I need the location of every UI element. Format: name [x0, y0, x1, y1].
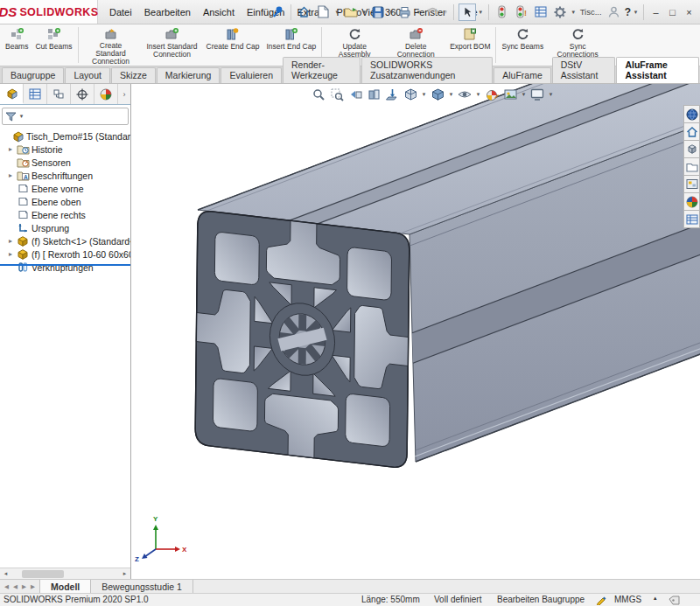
help-icon[interactable]: ? — [625, 6, 631, 18]
save-icon[interactable] — [369, 3, 387, 21]
normal-to-icon[interactable] — [384, 87, 400, 102]
displaymanager-tab[interactable] — [94, 84, 118, 104]
file-properties-icon[interactable] — [532, 3, 550, 21]
tab-evaluieren[interactable]: Evaluieren — [220, 67, 282, 83]
featuremanager-tab[interactable] — [0, 84, 24, 104]
tab-nav-buttons[interactable]: ◀ ◀ ▶ ▶ — [0, 580, 39, 593]
panel-tabs-more-icon[interactable]: › — [118, 84, 130, 104]
pin-icon[interactable] — [269, 3, 286, 21]
expand-arrow-icon[interactable]: ▸ — [5, 250, 16, 258]
menu-datei[interactable]: Datei — [103, 0, 138, 24]
threedexperience-tab[interactable] — [683, 105, 700, 123]
motion-study-tab[interactable]: Bewegungsstudie 1 — [91, 580, 193, 593]
edit-assembly-icon[interactable] — [597, 596, 608, 606]
hide-show-items-icon[interactable] — [457, 87, 472, 102]
tab-aluframe-assistant[interactable]: AluFrame Assistant — [616, 57, 699, 83]
edit-appearance-icon[interactable] — [484, 87, 500, 102]
rebuild-icon[interactable] — [494, 3, 511, 21]
units-status[interactable]: MMGS — [614, 595, 641, 604]
open-file-icon[interactable] — [342, 3, 360, 21]
tab-markierung[interactable]: Markierung — [157, 67, 220, 83]
propertymanager-tab[interactable] — [24, 84, 47, 104]
tab-skizze[interactable]: Skizze — [111, 67, 156, 83]
design-library-tab[interactable] — [683, 140, 700, 158]
file-explorer-tab[interactable] — [683, 157, 700, 176]
tree-item-rexroth-profile[interactable]: ▸ (f) [ Rexroth 10-60 60x60 8f3da8bc — [0, 247, 130, 261]
tree-item-beschriftungen[interactable]: ▸ A Beschriftungen — [0, 169, 130, 182]
tab-dstv-assistant[interactable]: DStV Assistant — [552, 57, 616, 83]
menu-ansicht[interactable]: Ansicht — [197, 0, 241, 24]
insert-standard-connection-button[interactable]: Insert Standard Connection — [142, 24, 203, 66]
tree-item-sensoren[interactable]: Sensoren — [0, 156, 130, 169]
tree-filter[interactable]: ▾ — [2, 108, 129, 125]
section-view-icon[interactable] — [366, 87, 382, 102]
tree-item-ebene-oben[interactable]: Ebene oben — [0, 195, 130, 208]
tree-item-sketch[interactable]: ▸ (f) Sketch<1> (Standard<<Standa — [0, 234, 130, 247]
configurationmanager-tab[interactable] — [47, 84, 71, 104]
new-document-icon[interactable] — [315, 3, 332, 21]
select-cursor-icon[interactable] — [458, 3, 476, 21]
view-orientation-icon[interactable] — [402, 87, 418, 102]
solidworks-resources-tab[interactable] — [683, 122, 700, 141]
tree-item-historie[interactable]: ▸ Historie — [0, 143, 130, 156]
options-gear-icon[interactable] — [551, 3, 569, 21]
plane-icon — [16, 196, 30, 208]
menu-bearbeiten[interactable]: Bearbeiten — [138, 0, 197, 24]
view-palette-tab[interactable] — [683, 175, 700, 193]
dimxpertmanager-tab[interactable] — [71, 84, 94, 104]
panel-splitter[interactable] — [0, 264, 130, 266]
units-caret-icon[interactable]: ▴ — [654, 595, 657, 602]
minimize-button[interactable]: – — [648, 7, 663, 17]
scroll-left-icon[interactable]: ◂ — [0, 570, 11, 577]
tab-nav-next-icon[interactable]: ▶ — [20, 583, 28, 590]
print-icon[interactable] — [396, 3, 414, 21]
create-end-cap-button[interactable]: Create End Cap — [203, 24, 263, 66]
appearances-scenes-tab[interactable] — [683, 192, 700, 211]
tab-nav-last-icon[interactable]: ▶ — [29, 583, 37, 590]
force-rebuild-icon[interactable]: ! — [513, 3, 530, 21]
expand-arrow-icon[interactable]: ▸ — [5, 171, 16, 179]
tree-item-ebene-vorne[interactable]: Ebene vorne — [0, 182, 130, 195]
display-style-icon[interactable] — [430, 87, 445, 102]
tab-render-werkzeuge[interactable]: Render-Werkzeuge — [283, 57, 360, 83]
tree-item-verknuepfungen[interactable]: Verknüpfungen — [0, 261, 130, 274]
view-palette-icon — [686, 178, 698, 190]
tab-baugruppe[interactable]: Baugruppe — [2, 67, 64, 83]
tree-item-ebene-rechts[interactable]: Ebene rechts — [0, 208, 130, 221]
tab-nav-first-icon[interactable]: ◀ — [3, 583, 10, 590]
previous-view-icon[interactable] — [347, 87, 363, 102]
expand-arrow-icon[interactable]: ▸ — [5, 145, 16, 153]
feature-tree: Tisch_Demo#15 (Standard<Anzeigest ▸ Hist… — [0, 129, 130, 567]
user-icon[interactable] — [606, 3, 623, 21]
cut-beams-button[interactable]: Cut Beams — [32, 24, 75, 66]
document-label[interactable]: Tisc... — [580, 7, 602, 17]
scrollbar-thumb[interactable] — [22, 570, 64, 578]
beams-button[interactable]: Beams — [2, 24, 32, 66]
tab-layout[interactable]: Layout — [65, 67, 110, 83]
tag-icon[interactable] — [668, 596, 680, 606]
tab-nav-prev-icon[interactable]: ◀ — [11, 583, 19, 590]
apply-scene-icon[interactable] — [502, 87, 518, 102]
command-manager-tabs: Baugruppe Layout Skizze Markierung Evalu… — [0, 66, 700, 84]
zoom-area-icon[interactable] — [329, 87, 345, 102]
tab-aluframe[interactable]: AluFrame — [494, 67, 551, 83]
view-settings-icon[interactable] — [529, 87, 545, 102]
scroll-right-icon[interactable]: ▸ — [119, 570, 130, 577]
aluminum-profile-model[interactable]: Y X Z — [131, 84, 700, 579]
panel-horizontal-scrollbar[interactable]: ◂ ▸ — [0, 568, 130, 579]
custom-properties-tab[interactable] — [683, 210, 700, 228]
create-standard-connection-button[interactable]: Create Standard Connection — [80, 24, 142, 66]
tab-zusatzanwendungen[interactable]: SOLIDWORKS Zusatzanwendungen — [361, 57, 493, 83]
globe-icon — [686, 108, 698, 121]
tree-item-root[interactable]: Tisch_Demo#15 (Standard<Anzeigest — [0, 129, 130, 143]
home-icon[interactable] — [296, 3, 313, 21]
sync-beams-button[interactable]: Sync Beams — [498, 24, 547, 66]
graphics-area[interactable]: Y X Z ▾ ▾ ▾ ▾ ▾ — [131, 84, 700, 579]
annotations-folder-icon: A — [16, 170, 30, 182]
expand-arrow-icon[interactable]: ▸ — [5, 237, 16, 245]
maximize-button[interactable]: □ — [665, 7, 680, 17]
tree-item-ursprung[interactable]: Ursprung — [0, 221, 130, 234]
zoom-fit-icon[interactable] — [311, 87, 326, 102]
model-tab[interactable]: Modell — [39, 580, 91, 593]
close-button[interactable]: × — [682, 7, 696, 17]
